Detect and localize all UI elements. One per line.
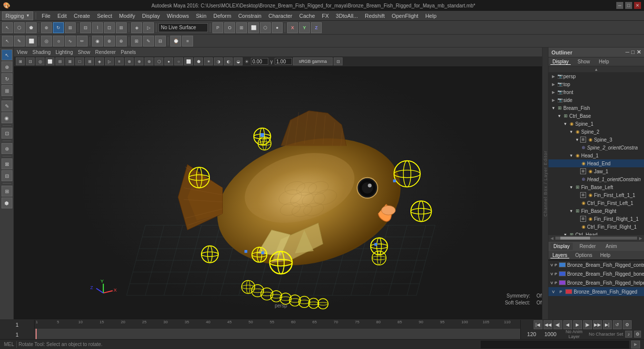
rotate-tool[interactable]: ↻: [1, 73, 12, 84]
annotation-tool[interactable]: ⊟: [1, 170, 12, 181]
vp-safe-action-btn[interactable]: □: [75, 57, 84, 65]
paint-select-btn[interactable]: ✎: [14, 36, 25, 47]
tree-item-persp[interactable]: ▶ 📷 persp: [548, 72, 644, 80]
tree-item-top[interactable]: ▶ 📷 top: [548, 80, 644, 88]
tree-item-ctrl-head[interactable]: ▼ ⊞ Ctrl_Head: [548, 231, 644, 235]
view-persp-btn[interactable]: P: [212, 22, 223, 33]
tree-item-side[interactable]: ▶ 📷 side: [548, 96, 644, 104]
scroll-thumb[interactable]: [560, 237, 590, 240]
vp-film-gate-btn[interactable]: ⊟: [55, 57, 64, 65]
timeline-track[interactable]: [35, 329, 520, 340]
y-axis-btn[interactable]: Y: [299, 22, 310, 33]
outliner-max-btn[interactable]: □: [631, 49, 635, 55]
set-driven-key-btn[interactable]: ⌚: [170, 36, 181, 47]
current-frame-input2[interactable]: [7, 330, 27, 339]
goto-start-btn[interactable]: |◀: [534, 320, 543, 329]
menu-constrain[interactable]: Constrain: [235, 11, 264, 20]
tree-item-head1[interactable]: ▼ ◉ Head_1: [548, 151, 644, 159]
vp-menu-show[interactable]: Show: [78, 50, 90, 55]
vp-clipping-btn[interactable]: ⊡: [334, 57, 343, 65]
playhead[interactable]: [36, 329, 37, 340]
otab-display[interactable]: Display: [550, 59, 571, 65]
vp-menu-view[interactable]: View: [17, 50, 28, 55]
layers-tab-options[interactable]: Options: [573, 252, 594, 258]
ep-tool-btn[interactable]: ⌾: [53, 36, 64, 47]
joint-btn[interactable]: ◉: [92, 36, 103, 47]
view-ortho-btn[interactable]: O: [224, 22, 235, 33]
vp-ambient-btn[interactable]: ◐: [224, 57, 233, 65]
move-tool-btn[interactable]: ⊕: [41, 22, 52, 33]
vp-resolution-gate-btn[interactable]: ⊠: [65, 57, 74, 65]
paint-tool[interactable]: ✎: [1, 100, 12, 111]
tree-item-front[interactable]: ▶ 📷 front: [548, 88, 644, 96]
menu-openflight[interactable]: OpenFlight: [389, 11, 421, 20]
vp-home-btn[interactable]: ⊞: [16, 57, 25, 65]
vp-shaded-btn[interactable]: ⬜: [184, 57, 193, 65]
vp-light-btn[interactable]: ☀: [204, 57, 213, 65]
scale-tool[interactable]: ⊞: [1, 85, 12, 96]
next-frame-btn[interactable]: ▶▶: [593, 320, 602, 329]
menu-create[interactable]: Create: [71, 11, 93, 20]
vp-hud-btn[interactable]: ≡: [115, 57, 124, 65]
close-button[interactable]: ✕: [634, 2, 641, 9]
menu-edit[interactable]: Edit: [54, 11, 70, 20]
menu-deform[interactable]: Deform: [210, 11, 234, 20]
mel-script-input[interactable]: [481, 341, 629, 349]
menu-select[interactable]: Select: [94, 11, 115, 20]
layer-vis-p[interactable]: P: [554, 262, 557, 268]
snap-together-tool[interactable]: ⊛: [1, 143, 12, 154]
range-end-input[interactable]: [542, 330, 559, 339]
skin-paint-btn[interactable]: ✎: [143, 36, 154, 47]
layer-vis-p[interactable]: P: [558, 289, 564, 295]
scale-tool-btn[interactable]: ⊞: [65, 22, 76, 33]
tree-item-head-constraint[interactable]: ⊛ Head_1_orientConstrain: [548, 175, 644, 183]
ob-tab-display[interactable]: Display: [550, 243, 573, 250]
current-frame-input[interactable]: [7, 320, 27, 329]
sound-btn[interactable]: ♪: [625, 331, 632, 338]
tree-item-spine2-constraint[interactable]: ⊛ Spine_2_orientConstra: [548, 144, 644, 151]
outliner-close-btn[interactable]: ✕: [637, 49, 641, 55]
vp-menu-panels[interactable]: Panels: [121, 50, 136, 55]
vp-grid-btn[interactable]: ⊞: [85, 57, 94, 65]
fx-tool[interactable]: ⬢: [1, 198, 12, 208]
layer-vis-v[interactable]: V: [550, 289, 556, 295]
layers-tab-layers[interactable]: Layers: [550, 252, 569, 258]
vp-display-btn[interactable]: ◈: [95, 57, 104, 65]
tree-scroll-bar[interactable]: ◀ ▶: [548, 235, 644, 241]
vp-menu-renderer[interactable]: Renderer: [95, 50, 116, 55]
vp-cam-btn[interactable]: ◎: [36, 57, 45, 65]
ob-tab-anim[interactable]: Anim: [603, 243, 620, 250]
layer-vis-v[interactable]: V: [550, 271, 553, 277]
render-region-tool[interactable]: ⊞: [1, 186, 12, 197]
viewport-canvas[interactable]: X Y Z persp Symmetry: Off Soft Select: O…: [14, 66, 548, 309]
vp-exposure-input[interactable]: [251, 58, 268, 65]
menu-3dtaAll[interactable]: 3DtoAll...: [333, 11, 361, 20]
range-start-input[interactable]: [524, 330, 540, 339]
layer-row-bones[interactable]: V P Bronze_Bream_Fish_Rigged_bones: [548, 269, 644, 278]
menu-help[interactable]: Help: [422, 11, 440, 20]
quad-draw-btn[interactable]: ⬜: [26, 36, 37, 47]
select-mode-btn[interactable]: ↖: [2, 36, 13, 47]
play-back-btn[interactable]: ◀: [563, 320, 572, 329]
paint-tool-btn[interactable]: ⬟: [26, 22, 37, 33]
pencil-btn[interactable]: ✏: [77, 36, 88, 47]
mirror-skin-btn[interactable]: ⊟: [155, 36, 166, 47]
menu-fx[interactable]: FX: [319, 11, 332, 20]
play-fwd-btn[interactable]: ▶: [573, 320, 582, 329]
menu-cache[interactable]: Cache: [297, 11, 318, 20]
tree-item-jaw1[interactable]: ⊞ ◉ Jaw_1: [548, 167, 644, 175]
ob-tab-render[interactable]: Render: [577, 243, 599, 250]
scroll-track[interactable]: [555, 237, 637, 240]
layer-row-helpers[interactable]: V P Bronze_Bream_Fish_Rigged_helpers: [548, 278, 644, 287]
vp-texture-btn[interactable]: ⬟: [194, 57, 203, 65]
timeline-ruler-area[interactable]: 1 5 10 15 20 25 30 35 40 45 50 55 60 65 …: [35, 320, 520, 339]
prev-frame-btn[interactable]: ◀◀: [544, 320, 552, 329]
tree-item-ctrl-fin-left[interactable]: ◉ Ctrl_Fin_First_Left_1: [548, 199, 644, 207]
vp-ao-btn[interactable]: ◒: [234, 57, 243, 65]
outliner-minimize-btn[interactable]: ─: [626, 49, 630, 55]
layer-row-main[interactable]: V P Bronze_Bream_Fish_Rigged: [548, 287, 644, 296]
layer-vis-v[interactable]: V: [550, 262, 553, 268]
layers-tab-help[interactable]: Help: [598, 252, 612, 258]
anim-settings-btn[interactable]: ⚙: [623, 320, 632, 329]
display-mode-btn[interactable]: ⬜: [248, 22, 259, 33]
